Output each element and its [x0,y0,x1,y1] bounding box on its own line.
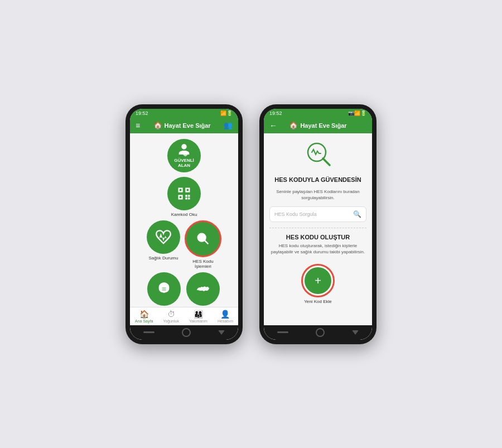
phone-nav-bar-2 [264,325,372,340]
nav-anasayfa-label: Ana Sayfa [135,319,153,323]
phone-nav-lines [143,331,155,333]
phone2-nav-circle [316,328,325,337]
bottom-nav-1: 🏠 Ana Sayfa ⏱ Yoğunluk 👨‍👩‍👧 Yakınlarım … [130,307,238,325]
svg-rect-4 [187,189,189,191]
nav-hesabim[interactable]: 👤 Hesabım [218,310,233,323]
saglik-button[interactable] [147,220,180,254]
svg-rect-6 [185,195,187,197]
phone-1: 19:52 📶🔋 ≡ 🏠 Hayat Eve Sığar 👥 [126,104,243,344]
menu-item-hes: HES Kodu İşlemleri [185,220,221,269]
menu-grid: GÜVENLİALAN Karekod Oku [134,139,234,307]
yakinlarim-nav-icon: 👨‍👩‍👧 [194,310,203,319]
status-icons-2: 📷📶🔋 [348,110,366,116]
hes-label: HES Kodu İşlemleri [185,259,221,269]
time-2: 19:52 [269,110,282,116]
home-nav-icon: 🏠 [139,310,149,319]
hes-search-bar[interactable]: HES Kodu Sorgula 🔍 [269,206,366,222]
menu-top-row: GÜVENLİALAN [167,139,201,172]
screen-content-1: GÜVENLİALAN Karekod Oku [130,133,238,307]
app-title-2: 🏠 Hayat Eve Sığar [289,121,346,129]
app-title-1: 🏠 Hayat Eve Sığar [153,121,211,129]
menu-item-saglik: Sağlık Durumu [147,220,180,269]
hes-icon-svg [303,140,334,171]
house-icon-2: 🏠 [289,121,298,129]
menu-item-karekod: Karekod Oku [167,177,201,217]
hes-button[interactable] [185,220,221,257]
hes-big-icon [303,140,334,171]
section-divider [269,228,366,228]
hamburger-icon[interactable]: ≡ [136,121,140,130]
maske-button[interactable] [147,272,181,306]
users-icon-1[interactable]: 👥 [224,121,233,129]
search-placeholder: HES Kodu Sorgula [274,211,317,217]
yogunluk-nav-icon: ⏱ [167,310,175,319]
svg-rect-8 [185,197,187,200]
hes-create-section: HES KODU OLUŞTUR HES kodu oluşturarak, i… [269,234,366,255]
phone-nav-bar-1 [130,325,238,340]
create-subtitle: HES kodu oluşturarak, istediğin kişilerl… [269,243,366,255]
guvenli-alan-text: GÜVENLİALAN [174,158,194,168]
nav-yakinlarim[interactable]: 👨‍👩‍👧 Yakınlarım [189,310,207,323]
add-btn-area: + Yeni Kod Ekle [301,264,335,304]
status-icons-1: 📶🔋 [220,110,233,116]
status-bar-2: 19:52 📷📶🔋 [264,109,372,118]
house-icon-1: 🏠 [153,121,162,129]
screen-content-2: HES KODUYLA GÜVENDESİN Seninle paylaşıla… [264,133,372,325]
phone2-nav-lines [277,331,288,333]
status-bar-1: 19:52 📶🔋 [130,109,238,118]
menu-row-karekod: Karekod Oku [167,177,201,217]
query-subtitle: Seninle paylaşılan HES Kodlarını buradan… [269,189,366,201]
plus-icon: + [315,274,321,287]
menu-row-3: Maske Talep Et Güncel İstatistikler [147,272,221,307]
istatistik-button[interactable] [186,272,220,306]
phones-container: 19:52 📶🔋 ≡ 🏠 Hayat Eve Sığar 👥 [126,104,376,344]
hesabim-nav-icon: 👤 [220,310,230,319]
phone-2: 19:52 📷📶🔋 ← 🏠 Hayat Eve Sığar [259,104,376,344]
menu-item-istatistik: Güncel İstatistikler [185,272,221,307]
nav-hesabim-label: Hesabım [218,319,233,323]
phone2-nav-triangle [352,330,359,335]
saglik-label: Sağlık Durumu [149,256,178,261]
nav-yogunluk[interactable]: ⏱ Yoğunluk [163,310,179,323]
nav-yogunluk-label: Yoğunluk [163,319,179,323]
time-1: 19:52 [136,110,148,116]
create-title: HES KODU OLUŞTUR [286,234,350,240]
phone-1-screen: 19:52 📶🔋 ≡ 🏠 Hayat Eve Sığar 👥 [130,109,238,340]
search-icon: 🔍 [353,210,361,218]
svg-rect-5 [180,196,182,198]
nav-yakinlarim-label: Yakınlarım [189,319,207,323]
guvenli-alan-button[interactable]: GÜVENLİALAN [167,139,201,172]
svg-line-13 [323,158,330,165]
yeni-kod-label: Yeni Kod Ekle [304,299,332,304]
karekod-label: Karekod Oku [171,212,197,217]
svg-rect-7 [188,195,190,197]
query-title: HES KODUYLA GÜVENDESİN [274,176,361,183]
menu-item-maske: Maske Talep Et [147,272,181,307]
phone-nav-triangle [218,330,225,335]
svg-line-11 [205,240,208,243]
phone-2-screen: 19:52 📷📶🔋 ← 🏠 Hayat Eve Sığar [264,109,372,340]
svg-rect-3 [180,189,182,191]
phone-nav-circle [182,328,191,337]
menu-item-guvenli: GÜVENLİALAN [167,139,201,172]
svg-rect-9 [188,197,190,200]
app-header-1: ≡ 🏠 Hayat Eve Sığar 👥 [130,118,238,133]
yeni-kod-ekle-button[interactable]: + [305,267,331,294]
nav-anasayfa[interactable]: 🏠 Ana Sayfa [135,310,153,323]
app-header-2: ← 🏠 Hayat Eve Sığar [264,118,372,133]
add-circle-outer: + [301,264,335,297]
back-arrow[interactable]: ← [269,121,277,130]
menu-row-2: Sağlık Durumu HES Kodu [147,220,221,269]
karekod-button[interactable] [167,177,201,210]
